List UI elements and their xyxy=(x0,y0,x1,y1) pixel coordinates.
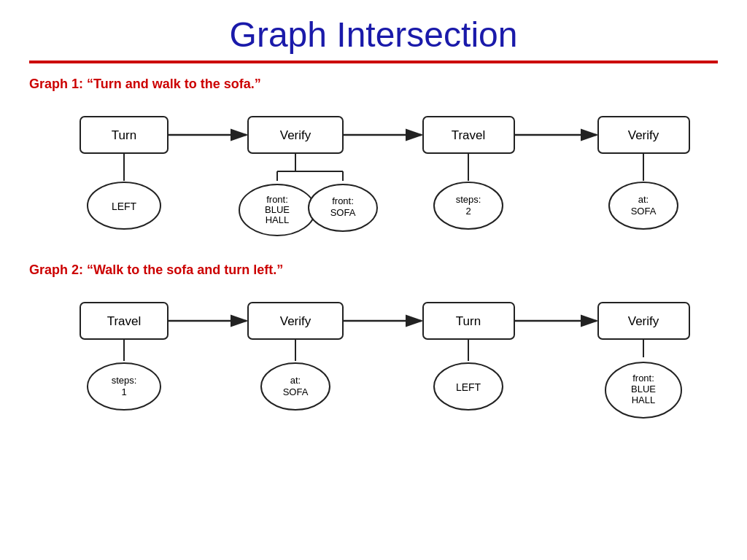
svg-text:HALL: HALL xyxy=(632,394,656,405)
svg-text:SOFA: SOFA xyxy=(283,386,309,397)
svg-text:steps:: steps: xyxy=(112,375,137,386)
svg-text:Verify: Verify xyxy=(628,314,659,328)
svg-text:Verify: Verify xyxy=(280,128,311,142)
svg-text:Turn: Turn xyxy=(456,314,481,328)
svg-text:LEFT: LEFT xyxy=(112,201,137,212)
graph1-canvas: Turn Verify Travel Verify xyxy=(36,102,737,248)
graph2-label: Graph 2: “Walk to the sofa and turn left… xyxy=(29,262,718,278)
page: Graph Intersection Graph 1: “Turn and wa… xyxy=(0,0,747,560)
page-title: Graph Intersection xyxy=(29,15,718,55)
graph2-svg: Travel Verify Turn Verify s xyxy=(36,288,737,423)
svg-text:Travel: Travel xyxy=(107,314,142,328)
svg-text:Turn: Turn xyxy=(112,128,136,142)
svg-text:front:: front: xyxy=(266,194,288,205)
svg-text:Verify: Verify xyxy=(628,128,659,142)
svg-text:front:: front: xyxy=(632,373,654,384)
svg-text:BLUE: BLUE xyxy=(265,204,290,215)
svg-text:front:: front: xyxy=(332,195,354,206)
graph1-section: Graph 1: “Turn and walk to the sofa.” Tu… xyxy=(29,77,718,248)
svg-text:steps:: steps: xyxy=(456,194,481,205)
graph2-section: Graph 2: “Walk to the sofa and turn left… xyxy=(29,262,718,423)
svg-text:BLUE: BLUE xyxy=(631,384,656,394)
divider xyxy=(29,61,718,63)
svg-text:at:: at: xyxy=(638,194,649,205)
svg-text:Verify: Verify xyxy=(280,314,311,328)
svg-text:SOFA: SOFA xyxy=(330,207,356,218)
graph1-svg: Turn Verify Travel Verify xyxy=(36,102,737,248)
svg-text:1: 1 xyxy=(121,386,126,397)
graph1-label: Graph 1: “Turn and walk to the sofa.” xyxy=(29,77,718,92)
svg-text:SOFA: SOFA xyxy=(631,206,657,217)
svg-text:at:: at: xyxy=(290,375,301,386)
svg-text:Travel: Travel xyxy=(452,128,486,142)
svg-text:2: 2 xyxy=(465,206,471,217)
graph2-canvas: Travel Verify Turn Verify s xyxy=(36,288,737,423)
svg-text:HALL: HALL xyxy=(266,214,290,225)
svg-text:LEFT: LEFT xyxy=(456,381,481,393)
